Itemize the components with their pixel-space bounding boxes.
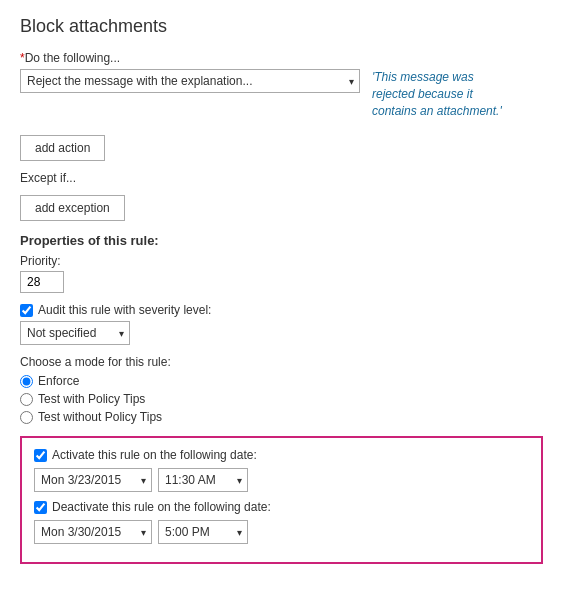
deactivate-row: Deactivate this rule on the following da…: [34, 500, 529, 514]
activate-date-select[interactable]: Mon 3/23/2015: [34, 468, 152, 492]
radio-test-no-tips-input[interactable]: [20, 411, 33, 424]
page-container: Block attachments *Do the following... R…: [0, 0, 563, 580]
radio-enforce-label: Enforce: [38, 374, 79, 388]
do-following-select-wrapper: Reject the message with the explanation.…: [20, 69, 360, 93]
activate-label: Activate this rule on the following date…: [52, 448, 257, 462]
add-exception-button[interactable]: add exception: [20, 195, 125, 221]
properties-heading: Properties of this rule:: [20, 233, 543, 248]
radio-test-no-tips: Test without Policy Tips: [20, 410, 543, 424]
page-title: Block attachments: [20, 16, 543, 37]
audit-row: Audit this rule with severity level:: [20, 303, 543, 317]
radio-enforce-input[interactable]: [20, 375, 33, 388]
activate-checkbox[interactable]: [34, 449, 47, 462]
add-action-button[interactable]: add action: [20, 135, 105, 161]
activate-time-wrapper: 11:30 AM: [158, 468, 248, 492]
deactivate-date-select[interactable]: Mon 3/30/2015: [34, 520, 152, 544]
do-following-select[interactable]: Reject the message with the explanation.…: [20, 69, 360, 93]
except-if-label: Except if...: [20, 171, 543, 185]
do-following-section: *Do the following... Reject the message …: [20, 51, 543, 119]
priority-label: Priority:: [20, 254, 543, 268]
radio-test-tips: Test with Policy Tips: [20, 392, 543, 406]
priority-input[interactable]: [20, 271, 64, 293]
deactivate-date-time-row: Mon 3/30/2015 5:00 PM: [34, 520, 529, 544]
deactivate-time-wrapper: 5:00 PM: [158, 520, 248, 544]
activate-row: Activate this rule on the following date…: [34, 448, 529, 462]
radio-group: Enforce Test with Policy Tips Test witho…: [20, 374, 543, 424]
activate-date-time-row: Mon 3/23/2015 11:30 AM: [34, 468, 529, 492]
mode-heading: Choose a mode for this rule:: [20, 355, 543, 369]
severity-select-wrapper: Not specifiedLowMediumHigh: [20, 321, 130, 345]
do-following-label: *Do the following...: [20, 51, 543, 65]
severity-select[interactable]: Not specifiedLowMediumHigh: [20, 321, 130, 345]
activate-time-select[interactable]: 11:30 AM: [158, 468, 248, 492]
radio-test-tips-input[interactable]: [20, 393, 33, 406]
deactivate-checkbox[interactable]: [34, 501, 47, 514]
add-action-section: add action: [20, 129, 543, 161]
do-following-row: Reject the message with the explanation.…: [20, 69, 543, 119]
activate-date-wrapper: Mon 3/23/2015: [34, 468, 152, 492]
except-if-section: Except if... add exception: [20, 171, 543, 221]
radio-enforce: Enforce: [20, 374, 543, 388]
deactivate-time-select[interactable]: 5:00 PM: [158, 520, 248, 544]
radio-test-no-tips-label: Test without Policy Tips: [38, 410, 162, 424]
severity-row: Not specifiedLowMediumHigh: [20, 321, 543, 345]
deactivate-label: Deactivate this rule on the following da…: [52, 500, 271, 514]
radio-test-tips-label: Test with Policy Tips: [38, 392, 145, 406]
deactivate-date-wrapper: Mon 3/30/2015: [34, 520, 152, 544]
audit-checkbox[interactable]: [20, 304, 33, 317]
rejection-message-link[interactable]: 'This message was rejected because it co…: [372, 69, 502, 119]
properties-section: Properties of this rule: Priority: Audit…: [20, 233, 543, 424]
audit-label: Audit this rule with severity level:: [38, 303, 211, 317]
activate-deactivate-section: Activate this rule on the following date…: [20, 436, 543, 564]
